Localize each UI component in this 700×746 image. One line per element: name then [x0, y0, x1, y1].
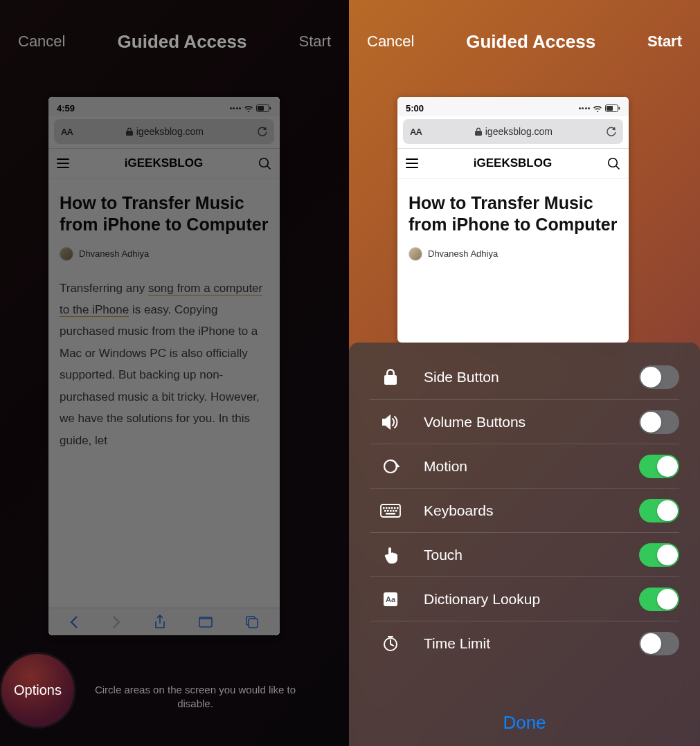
app-preview: 4:59 AA igeeksblog.com iGEEKSBLOG — [48, 97, 280, 635]
dictionary-icon: Aa — [378, 591, 403, 608]
option-label: Dictionary Lookup — [424, 591, 639, 608]
option-toggle[interactable] — [639, 455, 679, 478]
lock-icon — [126, 127, 133, 136]
status-time: 5:00 — [406, 103, 424, 113]
url-bar[interactable]: AA igeeksblog.com — [403, 119, 623, 144]
svg-rect-16 — [397, 507, 399, 509]
header-title: Guided Access — [118, 31, 247, 53]
status-bar: 5:00 — [397, 97, 629, 116]
option-label: Motion — [424, 458, 639, 475]
right-screenshot: Cancel Guided Access Start 5:00 AA igeek… — [349, 0, 700, 746]
option-label: Side Button — [424, 369, 639, 385]
option-toggle[interactable] — [639, 632, 679, 655]
svg-rect-20 — [393, 510, 395, 512]
bookmarks-icon[interactable] — [199, 616, 213, 628]
app-preview: 5:00 AA igeeksblog.com iGEEKSBLOG — [397, 97, 629, 343]
svg-point-3 — [260, 158, 269, 167]
reload-icon[interactable] — [257, 126, 267, 137]
hint-text: Circle areas on the screen you would lik… — [83, 683, 307, 710]
svg-rect-13 — [388, 507, 391, 509]
site-header: iGEEKSBLOG — [397, 148, 629, 179]
option-row-dictionary: AaDictionary Lookup — [370, 576, 679, 621]
svg-rect-11 — [383, 507, 385, 509]
battery-icon — [605, 104, 620, 112]
option-label: Keyboards — [424, 502, 639, 519]
search-icon[interactable] — [607, 157, 620, 170]
search-icon[interactable] — [258, 157, 271, 170]
rotate-icon — [378, 457, 403, 475]
domain-text: igeeksblog.com — [485, 126, 553, 137]
tabs-icon[interactable] — [245, 615, 259, 629]
svg-rect-15 — [394, 507, 396, 509]
status-bar: 4:59 — [48, 97, 280, 116]
cancel-button[interactable]: Cancel — [18, 33, 65, 51]
svg-rect-6 — [607, 106, 613, 111]
option-label: Volume Buttons — [424, 414, 639, 430]
keyboard-icon — [378, 504, 403, 518]
options-button[interactable]: Options — [1, 654, 74, 727]
guided-access-header: Cancel Guided Access Start — [349, 0, 700, 83]
header-title: Guided Access — [466, 31, 595, 53]
done-button[interactable]: Done — [349, 712, 700, 734]
domain-text: igeeksblog.com — [136, 126, 204, 137]
wifi-icon — [593, 104, 602, 112]
author-name: Dhvanesh Adhiya — [428, 248, 498, 259]
svg-rect-17 — [384, 510, 386, 512]
svg-rect-4 — [249, 619, 258, 628]
menu-icon[interactable] — [406, 158, 418, 169]
author-byline: Dhvanesh Adhiya — [409, 247, 618, 261]
option-toggle[interactable] — [639, 543, 679, 567]
options-panel: Side ButtonVolume ButtonsMotionKeyboards… — [349, 343, 700, 746]
article-title: How to Transfer Music from iPhone to Com… — [60, 192, 269, 236]
forward-icon — [111, 615, 121, 629]
reload-icon[interactable] — [606, 126, 616, 137]
author-avatar — [409, 247, 422, 261]
svg-rect-21 — [395, 510, 397, 512]
option-row-timer: Time Limit — [370, 621, 679, 665]
author-avatar — [60, 247, 73, 261]
option-row-touch: Touch — [370, 532, 679, 576]
svg-rect-7 — [619, 107, 620, 110]
menu-icon[interactable] — [57, 158, 69, 169]
text-size-button[interactable]: AA — [61, 127, 73, 137]
guided-access-header: Cancel Guided Access Start — [0, 0, 349, 83]
cellular-icon — [230, 107, 242, 109]
site-logo[interactable]: iGEEKSBLOG — [125, 156, 203, 170]
option-row-rotate: Motion — [370, 444, 679, 488]
battery-icon — [256, 104, 271, 112]
svg-rect-14 — [391, 507, 393, 509]
start-button[interactable]: Start — [647, 33, 682, 51]
article-title: How to Transfer Music from iPhone to Com… — [409, 192, 618, 236]
status-time: 4:59 — [57, 103, 75, 113]
svg-rect-22 — [386, 513, 395, 515]
url-bar[interactable]: AA igeeksblog.com — [54, 119, 274, 144]
svg-text:Aa: Aa — [386, 595, 396, 603]
timer-icon — [378, 635, 403, 652]
svg-rect-19 — [390, 510, 392, 512]
cancel-button[interactable]: Cancel — [367, 33, 414, 51]
cellular-icon — [579, 107, 591, 109]
safari-toolbar — [48, 608, 280, 635]
article-body: Transferring any song from a computer to… — [60, 278, 269, 452]
lock-icon — [475, 127, 482, 136]
author-byline: Dhvanesh Adhiya — [60, 247, 269, 261]
touch-icon — [378, 545, 403, 565]
wifi-icon — [244, 104, 253, 112]
option-row-lock: Side Button — [349, 355, 700, 399]
left-screenshot: Cancel Guided Access Start 4:59 AA igeek… — [0, 0, 349, 746]
site-logo[interactable]: iGEEKSBLOG — [474, 156, 552, 170]
option-toggle[interactable] — [639, 365, 679, 389]
back-icon[interactable] — [69, 615, 79, 629]
svg-rect-12 — [386, 507, 388, 509]
start-button[interactable]: Start — [299, 33, 331, 51]
site-header: iGEEKSBLOG — [48, 148, 280, 179]
text-size-button[interactable]: AA — [410, 127, 422, 137]
option-toggle[interactable] — [639, 410, 679, 434]
option-toggle[interactable] — [639, 588, 679, 611]
option-toggle[interactable] — [639, 499, 679, 522]
share-icon[interactable] — [154, 615, 166, 630]
option-row-volume: Volume Buttons — [370, 399, 679, 444]
lock-icon — [378, 368, 403, 386]
option-label: Touch — [424, 547, 639, 563]
volume-icon — [378, 415, 403, 430]
